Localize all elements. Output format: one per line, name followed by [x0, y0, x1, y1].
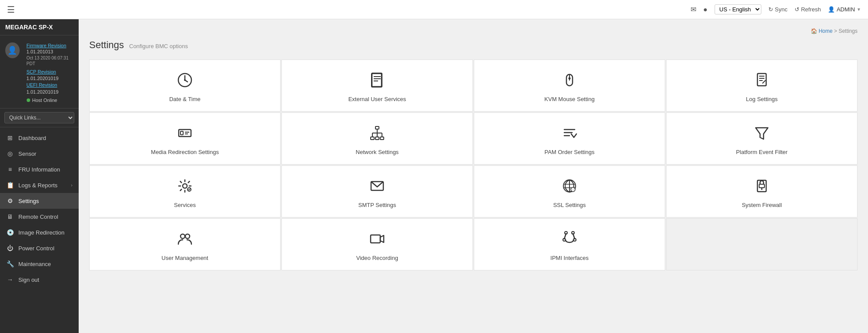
sidebar-item-label: Power Control — [18, 245, 73, 252]
logs-icon: 📋 — [6, 182, 14, 189]
navbar-left: ☰ — [7, 4, 15, 15]
card-user-management[interactable]: User Management — [89, 218, 281, 270]
sidebar-item-label: Sensor — [18, 151, 73, 157]
host-status: Host Online — [27, 98, 73, 103]
card-label: External User Services — [348, 96, 406, 102]
svg-point-40 — [571, 187, 575, 192]
sensor-icon: ◎ — [6, 150, 14, 157]
sidebar-item-logs-reports[interactable]: 📋 Logs & Reports › — [0, 177, 79, 193]
breadcrumb-home-link[interactable]: Home — [819, 28, 833, 34]
uefi-version: 1.01.20201019 — [27, 89, 73, 95]
network-settings-icon — [369, 125, 385, 144]
sidebar-item-remote-control[interactable]: 🖥 Remote Control — [0, 209, 79, 224]
breadcrumb: 🏠 Home > Settings — [89, 28, 858, 34]
card-video-recording[interactable]: Video Recording — [281, 218, 473, 270]
card-label: Date & Time — [169, 96, 201, 102]
breadcrumb-separator: > — [834, 28, 838, 34]
card-label: Log Settings — [746, 96, 778, 102]
card-label: System Firewall — [742, 202, 782, 208]
sidebar-item-label: Settings — [18, 198, 73, 204]
sidebar-item-image-redirection[interactable]: 💿 Image Redirection — [0, 224, 79, 240]
sidebar-item-label: Image Redirection — [18, 229, 73, 236]
alert-icon[interactable]: ● — [703, 6, 708, 14]
card-label: User Management — [162, 255, 208, 261]
admin-menu[interactable]: 👤 ADMIN ▼ — [828, 6, 861, 13]
maintenance-icon: 🔧 — [6, 260, 14, 267]
firmware-revision-link[interactable]: Firmware Revision — [27, 42, 73, 49]
language-select[interactable]: US - English — [715, 4, 761, 14]
quick-links[interactable]: Quick Links... — [0, 109, 79, 127]
svg-rect-23 — [380, 137, 384, 140]
ssl-settings-icon — [562, 178, 577, 196]
settings-grid: Date & Time External User Services — [89, 60, 858, 270]
sidebar-item-label: Logs & Reports — [18, 182, 66, 189]
sidebar-item-label: Remote Control — [18, 214, 73, 220]
card-label: Services — [174, 202, 196, 208]
card-label: Network Settings — [356, 149, 399, 155]
svg-point-11 — [569, 77, 571, 80]
page-header: Settings Configure BMC options — [89, 39, 858, 51]
svg-rect-12 — [757, 74, 766, 86]
pam-order-settings-icon — [562, 125, 577, 144]
email-icon[interactable]: ✉ — [691, 5, 696, 14]
card-label: Platform Event Filter — [736, 149, 788, 155]
breadcrumb-home-icon: 🏠 — [811, 28, 817, 34]
sidebar-navigation: ⊞ Dashboard ◎ Sensor ≡ FRU Information 📋… — [0, 127, 79, 333]
sidebar-item-sensor[interactable]: ◎ Sensor — [0, 146, 79, 161]
sidebar-item-fru-information[interactable]: ≡ FRU Information — [0, 161, 79, 177]
admin-user-icon: 👤 — [828, 6, 835, 13]
card-services[interactable]: Services — [89, 165, 281, 217]
platform-event-filter-icon — [754, 125, 770, 144]
sidebar-item-settings[interactable]: ⚙ Settings — [0, 193, 79, 209]
sign-out-icon: → — [6, 276, 14, 283]
card-external-user-services[interactable]: External User Services — [281, 60, 473, 112]
remote-control-icon: 🖥 — [6, 213, 14, 220]
card-network-settings[interactable]: Network Settings — [281, 112, 473, 165]
card-platform-event-filter[interactable]: Platform Event Filter — [666, 112, 858, 165]
user-management-icon — [177, 231, 193, 249]
sidebar-item-sign-out[interactable]: → Sign out — [0, 272, 79, 287]
sidebar-item-label: Dashboard — [18, 135, 73, 141]
svg-marker-47 — [380, 235, 384, 242]
card-log-settings[interactable]: Log Settings — [666, 60, 858, 112]
card-system-firewall[interactable]: System Firewall — [666, 165, 858, 217]
uefi-revision-link[interactable]: UEFI Revision — [27, 81, 73, 89]
card-empty — [666, 218, 858, 270]
card-media-redirection-settings[interactable]: Media Redirection Settings — [89, 112, 281, 165]
sidebar-item-dashboard[interactable]: ⊞ Dashboard — [0, 130, 79, 146]
scp-revision-link[interactable]: SCP Revision — [27, 68, 73, 76]
svg-point-51 — [572, 231, 574, 234]
sidebar-profile: 👤 Firmware Revision 1.01.201013 Oct 13 2… — [0, 35, 79, 109]
video-recording-icon — [369, 231, 385, 249]
media-redirection-settings-icon — [177, 125, 193, 144]
card-label: SSL Settings — [553, 202, 586, 208]
services-icon — [177, 178, 193, 196]
card-ipmi-interfaces[interactable]: IPMI Interfaces — [474, 218, 665, 270]
svg-rect-46 — [371, 235, 380, 243]
sync-button[interactable]: ↻ Sync — [768, 6, 788, 13]
hamburger-menu[interactable]: ☰ — [7, 4, 15, 15]
sidebar-item-label: Sign out — [18, 277, 73, 283]
admin-arrow-icon: ▼ — [857, 7, 861, 12]
card-label: Media Redirection Settings — [151, 149, 219, 155]
svg-point-3 — [184, 79, 186, 81]
navbar-right: ✉ ● US - English ↻ Sync ↺ Refresh 👤 ADMI… — [691, 4, 861, 14]
system-firewall-icon — [754, 178, 770, 196]
card-label: SMTP Settings — [358, 202, 396, 208]
card-date-time[interactable]: Date & Time — [89, 60, 281, 112]
profile-info: Firmware Revision 1.01.201013 Oct 13 202… — [27, 42, 73, 103]
card-pam-order-settings[interactable]: PAM Order Settings — [474, 112, 665, 165]
logs-expand-arrow: › — [71, 182, 73, 188]
sidebar-item-power-control[interactable]: ⏻ Power Control — [0, 240, 79, 256]
card-smtp-settings[interactable]: SMTP Settings — [281, 165, 473, 217]
quick-links-select[interactable]: Quick Links... — [4, 112, 74, 123]
card-kvm-mouse-setting[interactable]: KVM Mouse Setting — [474, 60, 665, 112]
card-ssl-settings[interactable]: SSL Settings — [474, 165, 665, 217]
svg-point-44 — [181, 234, 185, 238]
svg-rect-4 — [372, 74, 382, 87]
top-navbar: ☰ ✉ ● US - English ↻ Sync ↺ Refresh 👤 AD… — [0, 0, 868, 19]
kvm-mouse-setting-icon — [562, 72, 577, 91]
refresh-button[interactable]: ↺ Refresh — [795, 6, 821, 13]
svg-marker-32 — [756, 128, 768, 139]
sidebar-item-maintenance[interactable]: 🔧 Maintenance — [0, 256, 79, 272]
